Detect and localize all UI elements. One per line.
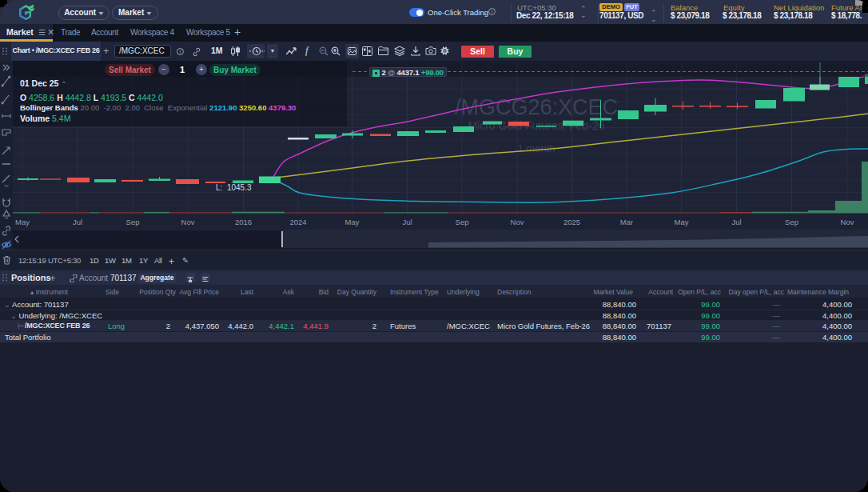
svg-text:2024: 2024: [289, 218, 306, 226]
svg-text:May: May: [345, 218, 360, 226]
svg-text:Mar: Mar: [620, 218, 633, 226]
svg-text:Nov: Nov: [181, 218, 195, 226]
svg-text:Sep: Sep: [456, 218, 469, 226]
svg-text:Jul: Jul: [731, 218, 741, 226]
svg-text:Nov: Nov: [511, 218, 524, 226]
svg-text:/MGCG26:XCEC: /MGCG26:XCEC: [455, 95, 618, 119]
svg-text:2016: 2016: [235, 218, 252, 226]
svg-text:2025: 2025: [563, 218, 580, 226]
svg-text:Jul: Jul: [73, 218, 82, 226]
svg-text:Jul: Jul: [402, 218, 412, 226]
svg-text:May: May: [15, 218, 30, 226]
svg-text:Sep: Sep: [126, 218, 140, 226]
svg-text:May: May: [675, 218, 689, 226]
svg-text:Sep: Sep: [785, 218, 798, 226]
svg-text:Nov: Nov: [841, 218, 854, 226]
